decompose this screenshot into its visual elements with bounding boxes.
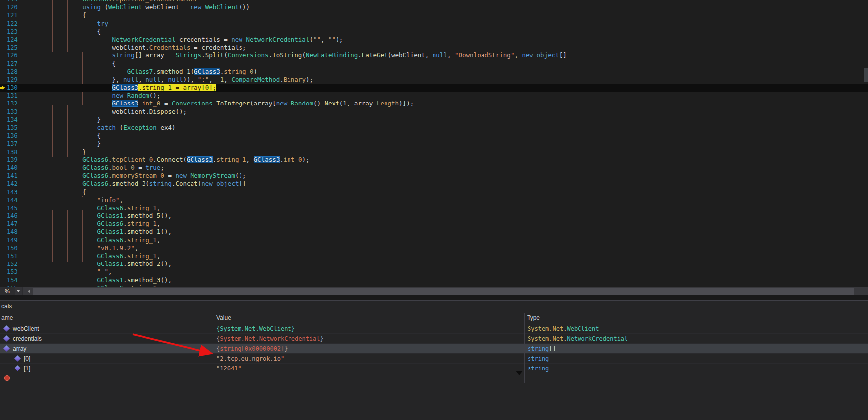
line-number[interactable]: 150: [7, 244, 27, 252]
code-line[interactable]: 137 }: [0, 140, 868, 148]
code-line[interactable]: 140 GClass6.bool_0 = true;: [0, 164, 868, 172]
locals-col-value[interactable]: Value: [216, 315, 231, 321]
line-number[interactable]: 134: [7, 116, 27, 124]
horizontal-scrollbar[interactable]: [23, 287, 868, 295]
code-line[interactable]: 147 GClass6.string_1,: [0, 220, 868, 228]
code-line[interactable]: 126 string[] array = Strings.Split(Conve…: [0, 52, 868, 59]
line-number[interactable]: 153: [7, 268, 27, 276]
code-line[interactable]: 135 catch (Exception ex4): [0, 124, 868, 132]
code-line[interactable]: 144 "info",: [0, 196, 868, 204]
line-number[interactable]: 148: [7, 228, 27, 236]
line-number[interactable]: 144: [7, 196, 27, 204]
line-number[interactable]: 122: [7, 20, 27, 28]
column-divider[interactable]: [213, 313, 213, 383]
code-line[interactable]: 130 GClass3.string_1 = array[0];: [0, 84, 868, 92]
line-number[interactable]: 146: [7, 212, 27, 220]
locals-col-type[interactable]: Type: [527, 315, 540, 321]
variable-value[interactable]: {string[0x00000002]}: [213, 344, 524, 354]
locals-row[interactable]: webClient{System.Net.WebClient}System.Ne…: [0, 324, 868, 334]
text-token: (webClient,: [388, 52, 433, 59]
line-number[interactable]: 147: [7, 220, 27, 228]
zoom-level-control[interactable]: %: [0, 287, 15, 295]
text-token: [38, 172, 82, 179]
code-line[interactable]: 121 {: [0, 11, 868, 19]
code-line[interactable]: 131 new Random();: [0, 92, 868, 100]
code-line[interactable]: 141 GClass6.memoryStream_0 = new MemoryS…: [0, 172, 868, 180]
horizontal-scrollbar-thumb[interactable]: [33, 288, 854, 295]
code-line[interactable]: 153 " ",: [0, 268, 868, 276]
code-line[interactable]: 139 GClass6.tcpClient_0.Connect(GClass3.…: [0, 156, 868, 164]
line-number[interactable]: 131: [7, 92, 27, 100]
line-number[interactable]: 151: [7, 252, 27, 260]
code-line[interactable]: 143 {: [0, 188, 868, 196]
code-line[interactable]: 152 GClass1.smethod_2(),: [0, 260, 868, 268]
line-number[interactable]: 136: [7, 132, 27, 140]
code-line[interactable]: 125 webClient.Credentials = credentials;: [0, 44, 868, 52]
column-divider[interactable]: [524, 313, 525, 383]
code-editor[interactable]: 119 GClass6.tcpClient_0.SendTimeout120 u…: [0, 0, 868, 287]
code-line[interactable]: 122 try: [0, 20, 868, 28]
line-number[interactable]: 135: [7, 124, 27, 132]
code-line[interactable]: 129 }, null, null, null)), ":", -1, Comp…: [0, 76, 868, 84]
code-line[interactable]: 123 {: [0, 28, 868, 36]
line-number[interactable]: 149: [7, 236, 27, 244]
line-number[interactable]: 123: [7, 28, 27, 36]
line-number[interactable]: 132: [7, 100, 27, 107]
line-number[interactable]: 127: [7, 60, 27, 68]
panel-splitter[interactable]: [0, 295, 868, 300]
code-line[interactable]: 154 GClass1.smethod_3(),: [0, 276, 868, 284]
line-number[interactable]: 143: [7, 188, 27, 196]
locals-col-name[interactable]: ame: [1, 315, 13, 321]
code-line[interactable]: 127 {: [0, 60, 868, 68]
scroll-left-icon[interactable]: [26, 289, 30, 293]
line-number[interactable]: 137: [7, 140, 27, 148]
code-line[interactable]: 138 }: [0, 148, 868, 156]
line-number[interactable]: 119: [7, 0, 27, 3]
code-line[interactable]: 119 GClass6.tcpClient_0.SendTimeout: [0, 0, 868, 3]
line-number[interactable]: 140: [7, 164, 27, 172]
code-line[interactable]: 133 webClient.Dispose();: [0, 108, 868, 116]
code-line[interactable]: 128 GClass7.smethod_1(GClass3.string_0): [0, 68, 868, 76]
code-line[interactable]: 132 GClass3.int_0 = Conversions.ToIntege…: [0, 100, 868, 107]
code-line[interactable]: 146 GClass1.smethod_5(),: [0, 212, 868, 220]
line-number[interactable]: 130: [7, 84, 27, 92]
line-number[interactable]: 141: [7, 172, 27, 180]
code-line[interactable]: 151 GClass6.string_1,: [0, 252, 868, 260]
line-number[interactable]: 120: [7, 3, 27, 11]
line-number[interactable]: 124: [7, 36, 27, 44]
line-number[interactable]: 138: [7, 148, 27, 156]
code-line[interactable]: 150 "v0.1.9.2",: [0, 244, 868, 252]
code-line[interactable]: 145 GClass6.string_1,: [0, 204, 868, 212]
line-number[interactable]: 145: [7, 204, 27, 212]
line-number[interactable]: 129: [7, 76, 27, 84]
line-number[interactable]: 126: [7, 52, 27, 59]
vertical-scrollbar-thumb[interactable]: [864, 68, 868, 82]
locals-row[interactable]: array{string[0x00000002]}string[]: [0, 344, 868, 354]
zoom-dropdown-button[interactable]: [15, 287, 22, 295]
code-line[interactable]: 134 }: [0, 116, 868, 124]
code-line[interactable]: 148 GClass1.smethod_1(),: [0, 228, 868, 236]
variable-value[interactable]: {System.Net.NetworkCredential}: [213, 334, 524, 344]
locals-row[interactable]: [1]"12641"string: [0, 364, 868, 373]
line-number[interactable]: 152: [7, 260, 27, 268]
locals-row[interactable]: [0, 373, 868, 383]
line-number[interactable]: 142: [7, 180, 27, 188]
code-line[interactable]: 136 {: [0, 132, 868, 140]
variable-value[interactable]: "2.tcp.eu.ngrok.io": [213, 354, 524, 364]
locals-row[interactable]: credentials{System.Net.NetworkCredential…: [0, 334, 868, 344]
code-line[interactable]: 124 NetworkCredential credentials = new …: [0, 36, 868, 44]
line-number[interactable]: 133: [7, 108, 27, 116]
locals-row[interactable]: [0]"2.tcp.eu.ngrok.io"string: [0, 354, 868, 364]
variable-value[interactable]: [213, 373, 524, 383]
line-number[interactable]: 128: [7, 68, 27, 76]
code-line[interactable]: 149 GClass6.string_1,: [0, 236, 868, 244]
line-number[interactable]: 121: [7, 11, 27, 19]
line-number[interactable]: 125: [7, 44, 27, 52]
code-line[interactable]: 120 using (WebClient webClient = new Web…: [0, 3, 868, 11]
line-number[interactable]: 154: [7, 276, 27, 284]
text-token: LateGet: [362, 52, 388, 59]
variable-value[interactable]: {System.Net.WebClient}: [213, 324, 524, 334]
code-line[interactable]: 142 GClass6.smethod_3(string.Concat(new …: [0, 180, 868, 188]
variable-value[interactable]: "12641": [213, 364, 524, 373]
line-number[interactable]: 139: [7, 156, 27, 164]
